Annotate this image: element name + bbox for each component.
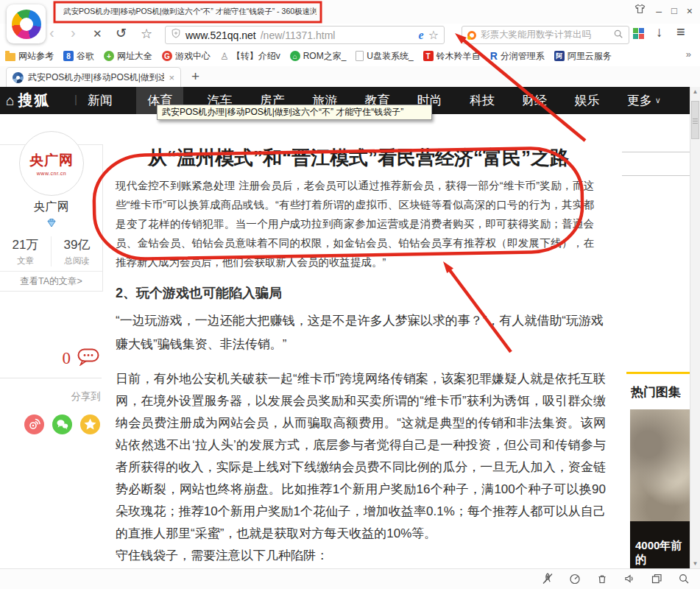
add-favorite-star-icon[interactable]: ☆ <box>428 28 439 42</box>
close-button[interactable]: × <box>687 3 693 19</box>
bookmark-item[interactable]: ♙ 【转】介绍v <box>220 50 280 63</box>
address-bar[interactable]: www.521qq.net /new/11371.html e ☆ <box>165 26 445 44</box>
bookmark-item[interactable]: + 网址大全 <box>104 50 152 63</box>
site-logo[interactable]: ⌂ 搜狐 <box>6 91 50 110</box>
status-bar <box>0 568 700 589</box>
grid-square <box>639 28 644 33</box>
scroll-down-arrow[interactable]: ▼ <box>690 560 700 567</box>
tab-favicon <box>13 72 24 83</box>
active-tab[interactable]: 武安POS机办理|移动POS机|做到这六个“不” 才能守住“钱袋子” × <box>6 67 181 87</box>
zoom-search-icon[interactable] <box>677 572 690 585</box>
author-name[interactable]: 央广网 <box>0 200 102 215</box>
minimize-button[interactable]: – <box>656 3 662 19</box>
browser-window: 武安POS机办理|移动POS机|做到这六个“不” 才能守住“钱袋子” - 360… <box>0 0 700 589</box>
search-box[interactable]: 彩票大奖能用数学计算出吗 <box>462 26 629 44</box>
bookmark-label: 网站参考 <box>18 50 54 63</box>
bookmark-favicon: R <box>490 50 498 62</box>
avatar-logo-url: www.cnr.cn <box>37 171 66 176</box>
forward-button[interactable]: › <box>71 24 76 41</box>
bookmark-item[interactable]: ⌂ ROM之家_ <box>290 50 347 63</box>
folder-icon <box>5 53 15 61</box>
bookmarks-overflow-button[interactable]: » <box>686 49 691 60</box>
bookmark-favicon: G <box>162 51 172 61</box>
stop-button[interactable]: ✕ <box>93 27 102 40</box>
bookmark-item[interactable]: U盘装系统_ <box>356 50 413 63</box>
nav-item-tech[interactable]: 科技 <box>466 87 498 114</box>
author-articles-link[interactable]: 查看TA的文章> <box>0 271 102 291</box>
left-divider <box>0 378 102 378</box>
nav-more-button[interactable]: 更多 ∨ <box>623 87 665 114</box>
hot-gallery-heading: 热门图集 <box>631 384 681 401</box>
so360-logo-icon <box>467 31 476 40</box>
favorites-star-button[interactable]: ☆ <box>141 26 152 42</box>
hot-gallery-photo[interactable]: 4000年前的 <box>630 409 690 568</box>
new-tab-button[interactable]: + <box>191 68 199 85</box>
window-title: 武安POS机办理|移动POS机|做到这六个“不” 才能守住“钱袋子” - 360… <box>63 7 317 17</box>
bookmark-label: 谷歌 <box>77 50 94 63</box>
bookmark-item[interactable]: R 分润管理系 <box>490 50 545 63</box>
document-icon <box>356 51 364 61</box>
nav-item-news[interactable]: 新闻 <box>84 87 116 114</box>
bookmark-item[interactable]: 网站参考 <box>5 50 54 63</box>
stat-label: 总阅读 <box>52 255 102 267</box>
nav-item-ent[interactable]: 娱乐 <box>571 87 604 114</box>
author-avatar[interactable]: 央广网 www.cnr.cn <box>19 131 84 196</box>
bookmark-favicon: ⌂ <box>290 51 300 61</box>
bookmark-label: U盘装系统_ <box>367 50 413 63</box>
tab-close-icon[interactable]: × <box>169 72 174 83</box>
bookmark-item[interactable]: T 铃木羚羊自 <box>423 50 481 63</box>
article-body: 日前，有外地公安机关破获一起“维卡币”跨境网络传销案，该案犯罪嫌疑人就是依托互联… <box>116 368 606 568</box>
article-title: 从“温州模式”和“晋江模式”看民营经济“富民”之路 <box>114 145 603 171</box>
bookmark-item[interactable]: 阿 阿里云服务 <box>554 50 612 63</box>
person-icon: ♙ <box>220 51 229 62</box>
verified-gem-icon <box>0 218 102 228</box>
bookmark-label: ROM之家_ <box>303 50 347 63</box>
share-label: 分享到 <box>0 390 101 403</box>
boost-off-icon[interactable] <box>541 572 554 585</box>
ie-compat-icon[interactable]: e <box>419 29 424 42</box>
bookmark-item[interactable]: G 游戏中心 <box>162 50 211 63</box>
bookmark-label: 【转】介绍v <box>232 50 280 63</box>
bookmark-favicon: T <box>423 51 434 61</box>
status-bar-icons <box>541 572 690 585</box>
windows-layout-icon[interactable] <box>650 572 663 585</box>
scrollbar-thumb[interactable] <box>691 101 699 139</box>
article-paragraph: “一边玩游戏，一边还能大把赚钱，这是不是许多人梦寐以求的事？”，有人就借助“玩游… <box>116 309 606 356</box>
mute-speaker-icon[interactable] <box>623 572 636 585</box>
bookmark-favicon: 8 <box>63 51 74 61</box>
comment-bubble-icon[interactable] <box>77 348 99 369</box>
title-bar: 武安POS机办理|移动POS机|做到这六个“不” 才能守住“钱袋子” - 360… <box>0 0 700 24</box>
theme-shirt-icon[interactable] <box>634 3 646 19</box>
trash-icon[interactable] <box>595 572 609 585</box>
weibo-share-icon[interactable] <box>24 415 44 434</box>
bookmark-label: 网址大全 <box>117 50 152 63</box>
rail-accent-line <box>626 372 690 374</box>
bookmark-item[interactable]: 8 谷歌 <box>63 50 94 63</box>
maximize-button[interactable]: □ <box>671 3 677 19</box>
search-magnifier-icon[interactable] <box>613 29 623 42</box>
bookmark-label: 铃木羚羊自 <box>436 50 481 63</box>
bookmark-label: 游戏中心 <box>175 50 211 63</box>
back-button[interactable]: ‹ <box>49 24 54 41</box>
stat-articles: 21万 文章 <box>0 236 52 267</box>
stat-value: 21万 <box>0 236 51 253</box>
article-paragraph: 守住钱袋子，需要注意以下几种陷阱： <box>116 545 606 567</box>
qzone-share-icon[interactable] <box>80 415 100 434</box>
app-grid-icon[interactable] <box>633 28 644 39</box>
menu-button[interactable]: ≡ <box>676 24 685 40</box>
download-button[interactable]: ↓ <box>656 24 663 40</box>
scroll-up-arrow[interactable]: ▲ <box>690 88 700 95</box>
stat-reads: 39亿 总阅读 <box>52 236 102 267</box>
page-scrollbar[interactable]: ▲ ▼ <box>690 87 700 568</box>
tab-tooltip: 武安POS机办理|移动POS机|做到这六个“不” 才能守住“钱袋子” <box>157 105 432 120</box>
browser-logo[interactable] <box>7 4 46 43</box>
nav-item-finance[interactable]: 财经 <box>518 87 551 114</box>
speed-gauge-icon[interactable] <box>568 572 581 585</box>
search-input[interactable]: 彩票大奖能用数学计算出吗 <box>481 29 609 41</box>
article-paragraph: 日前，有外地公安机关破获一起“维卡币”跨境网络传销案，该案犯罪嫌疑人就是依托互联… <box>116 368 606 545</box>
article-subheading: 2、玩个游戏也可能陷入骗局 <box>116 284 282 302</box>
nav-divider: | <box>74 93 77 105</box>
reload-button[interactable]: ↺ <box>116 25 127 41</box>
wechat-share-icon[interactable] <box>52 415 72 434</box>
window-controls: – □ × <box>634 3 693 19</box>
